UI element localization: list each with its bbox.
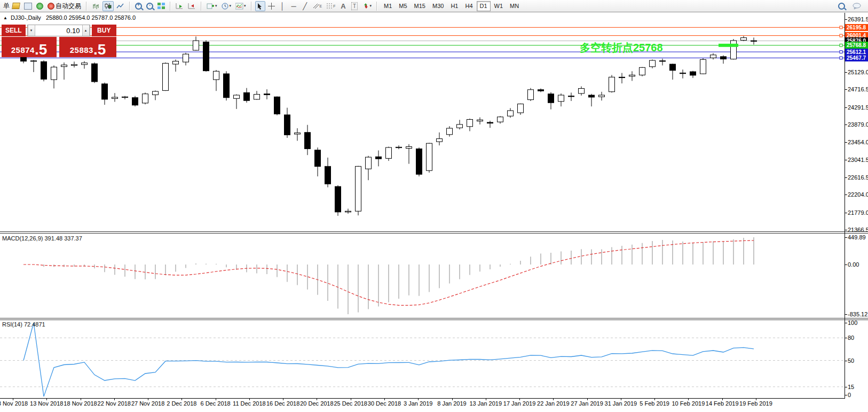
- rsi-tick-label: 50: [848, 357, 854, 364]
- text-tool-button[interactable]: A: [338, 1, 349, 11]
- date-label: 17 Jan 2019: [503, 400, 536, 407]
- candlestick-chart-button[interactable]: [102, 1, 114, 11]
- line-chart-button[interactable]: [115, 1, 126, 11]
- axis-tick: [845, 314, 847, 315]
- axis-tick: [845, 160, 847, 160]
- date-label: 22 Jan 2019: [537, 400, 570, 407]
- sell-button[interactable]: SELL: [2, 25, 26, 36]
- axis-tick: [845, 213, 847, 213]
- timeframe-button-h1[interactable]: H1: [447, 1, 461, 11]
- dropdown-arrow-icon[interactable]: ▾: [230, 4, 232, 8]
- trendline-icon: ╱: [303, 3, 307, 10]
- text-label-tool-icon: T: [351, 2, 358, 10]
- new-order-button[interactable]: [11, 1, 21, 11]
- date-tick: [249, 398, 250, 400]
- toolbar-separator: [170, 2, 171, 11]
- buy-price-main: 25883: [70, 45, 93, 55]
- line-chart-icon: [116, 3, 124, 10]
- macd-tick-label: 449.89: [848, 234, 866, 240]
- trendline-tool-button[interactable]: ╱: [300, 1, 310, 11]
- date-label: 25 Dec 2018: [334, 400, 367, 407]
- timeframe-button-m5[interactable]: M5: [396, 1, 410, 11]
- dropdown-arrow-icon[interactable]: ▾: [215, 4, 217, 8]
- tile-windows-button[interactable]: [156, 1, 167, 11]
- indicators-button[interactable]: ▾: [234, 1, 248, 11]
- price-tick-label: 26391.5: [848, 16, 868, 22]
- date-tick: [283, 398, 283, 400]
- timeframe-button-mn[interactable]: MN: [507, 1, 522, 11]
- arrows-tool-icon: [362, 3, 369, 9]
- toolbar-separator: [376, 2, 377, 11]
- date-label: 13 Jan 2019: [469, 400, 502, 407]
- time-axis-line: [0, 398, 845, 399]
- channel-icon: [313, 3, 320, 9]
- date-tick: [452, 398, 453, 400]
- toolbar-separator: [86, 2, 87, 11]
- chart-title: ▲ DJ30-,Daily 25880.0 25954.0 25787.0 25…: [3, 14, 136, 21]
- date-tick: [384, 398, 385, 400]
- timeframe-button-m30[interactable]: M30: [429, 1, 447, 11]
- buy-price-display[interactable]: 25883 .5: [59, 37, 116, 57]
- bar-chart-button[interactable]: [90, 1, 101, 11]
- sell-price-frac: .5: [35, 43, 47, 57]
- timeframe-button-h4[interactable]: H4: [462, 1, 476, 11]
- timeframe-button-w1[interactable]: W1: [491, 1, 507, 11]
- axis-tick: [845, 195, 847, 195]
- pane-separator[interactable]: [0, 231, 868, 234]
- channel-tool-button[interactable]: E: [311, 1, 324, 11]
- text-label-tool-button[interactable]: T: [350, 1, 360, 11]
- macd-indicator-pane[interactable]: [0, 234, 845, 317]
- sell-price-display[interactable]: 25874 .5: [2, 37, 57, 57]
- timeframe-button-m15[interactable]: M15: [411, 1, 429, 11]
- zoom-in-icon: +: [135, 3, 142, 10]
- crosshair-tool-button[interactable]: [266, 1, 277, 11]
- rsi-tick-label: 15: [848, 384, 854, 390]
- pane-separator[interactable]: [0, 318, 868, 320]
- collapse-triangle-icon[interactable]: ▲: [3, 15, 7, 20]
- rsi-tick-label: 80: [848, 335, 854, 341]
- axis-tick: [845, 19, 847, 20]
- arrows-tool-button[interactable]: ▾: [361, 1, 374, 11]
- fibonacci-icon: [326, 3, 333, 9]
- axis-tick: [845, 265, 847, 265]
- price-tick-label: 22204.0: [848, 191, 868, 198]
- horizontal-line-tool-button[interactable]: ─: [289, 1, 299, 11]
- periods-clock-button[interactable]: ▾: [220, 1, 233, 11]
- rsi-indicator-pane[interactable]: [0, 320, 845, 398]
- timeframe-toolbar: M1M5M15M30H1H4D1W1MN: [381, 1, 522, 11]
- timeframe-button-m1[interactable]: M1: [381, 1, 395, 11]
- new-chart-button[interactable]: ▾: [205, 1, 219, 11]
- zoom-out-button[interactable]: -: [145, 1, 155, 11]
- market-watch-button[interactable]: [22, 1, 34, 11]
- main-chart-pane[interactable]: [0, 13, 845, 231]
- auto-scroll-button[interactable]: [174, 1, 185, 11]
- vertical-line-icon: │: [280, 3, 285, 10]
- timeframe-button-d1[interactable]: D1: [477, 1, 491, 11]
- axis-tick: [845, 89, 847, 90]
- price-tick-label: 23879.0: [848, 121, 868, 128]
- price-axis-line: [845, 13, 845, 398]
- rsi-line: [23, 323, 754, 397]
- market-watch-icon: [24, 3, 32, 10]
- toolbar-separator: [201, 2, 202, 11]
- auto-trading-button[interactable]: 自动交易: [46, 1, 83, 11]
- buy-button[interactable]: BUY: [92, 25, 116, 36]
- price-tick-label: 21366.5: [848, 227, 868, 233]
- chart-shift-button[interactable]: [186, 1, 198, 11]
- volume-decrease-button[interactable]: ▼: [28, 25, 35, 36]
- signals-button[interactable]: [35, 1, 45, 11]
- search-button[interactable]: [837, 1, 847, 11]
- vertical-line-tool-button[interactable]: │: [278, 1, 288, 11]
- hline-handle: [840, 57, 842, 59]
- date-tick: [418, 398, 419, 400]
- volume-increase-button[interactable]: ▲: [82, 25, 90, 36]
- fibonacci-tool-button[interactable]: F: [325, 1, 337, 11]
- new-order-partial-label[interactable]: 单: [3, 2, 10, 11]
- cursor-tool-button[interactable]: [255, 1, 265, 11]
- chat-button[interactable]: [851, 1, 863, 11]
- dropdown-arrow-icon[interactable]: ▾: [244, 4, 246, 8]
- volume-input[interactable]: [35, 25, 82, 36]
- top-toolbar: 单 自动交易 + - ▾ ▾ ▾ │ ─: [0, 0, 868, 12]
- zoom-in-button[interactable]: +: [133, 1, 144, 11]
- dropdown-arrow-icon[interactable]: ▾: [370, 4, 372, 8]
